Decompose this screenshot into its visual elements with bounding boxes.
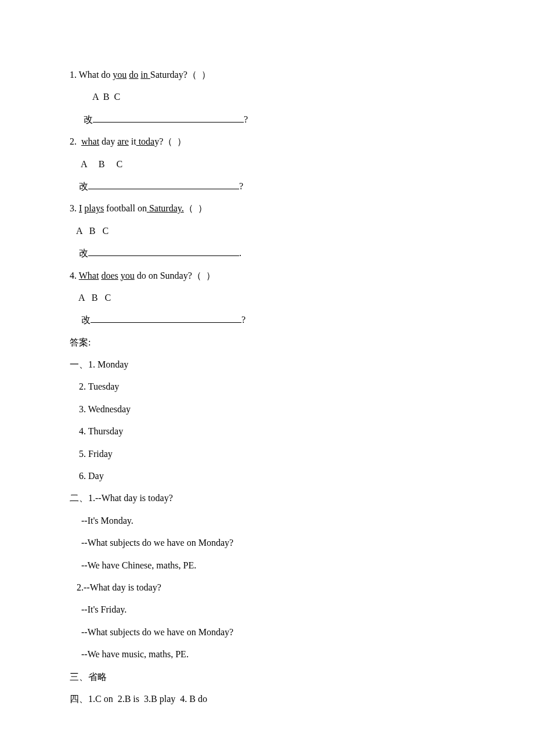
- q3-underline-b: plays: [84, 203, 104, 213]
- q1-post: Saturday?（ ）: [150, 70, 211, 80]
- q4-underline-a: What: [79, 271, 99, 280]
- q1-pre: 1. What do: [70, 70, 113, 80]
- q2-mid2: it: [129, 136, 136, 146]
- question-3-options: A B C: [70, 220, 464, 242]
- q4-pre: 4.: [70, 271, 79, 280]
- q3-blank[interactable]: [88, 246, 239, 256]
- q2-underline-b: are: [117, 136, 129, 146]
- q3-post: （ ）: [184, 203, 207, 213]
- q1-underline-b: do: [129, 70, 138, 80]
- q2-underline-c: toda: [136, 136, 155, 146]
- q2-post: y?（ ）: [154, 136, 186, 146]
- q3-fill-label: 改: [70, 248, 88, 258]
- q4-fill-end: ?: [241, 315, 246, 325]
- q2-underline-a: what: [81, 136, 99, 146]
- q2-blank[interactable]: [88, 179, 239, 189]
- q3-underline-c: Saturday.: [147, 203, 184, 213]
- question-2-correction: 改?: [70, 175, 464, 197]
- q4-underline-b: does: [101, 271, 118, 280]
- q2-fill-end: ?: [239, 181, 243, 191]
- q1-blank[interactable]: [93, 113, 244, 123]
- question-1-correction: 改?: [70, 109, 464, 131]
- question-1-text: 1. What do you do in Saturday?（ ）: [70, 64, 464, 86]
- question-3-correction: 改.: [70, 242, 464, 264]
- q3-fill-end: .: [239, 248, 241, 258]
- q4-underline-c: you: [121, 271, 135, 280]
- q4-blank[interactable]: [91, 313, 241, 323]
- q2-pre: 2.: [70, 136, 81, 146]
- q3-mid2: football on: [104, 203, 147, 213]
- q2-fill-label: 改: [70, 181, 88, 191]
- q1-underline-c: in: [140, 70, 150, 80]
- q1-underline-a: you: [113, 70, 127, 80]
- question-1-options: A B C: [70, 86, 464, 108]
- q3-pre: 3.: [70, 203, 79, 213]
- answers-section-3: 三、省略: [70, 666, 464, 688]
- answers-section-1: 一、1. Monday 2. Tuesday 3. Wednesday 4. T…: [70, 354, 464, 487]
- question-2-text: 2. what day are it today?（ ）: [70, 131, 464, 153]
- question-2-options: A B C: [70, 153, 464, 175]
- worksheet-page: 1. What do you do in Saturday?（ ） A B C …: [0, 0, 534, 745]
- answers-section-4: 四、1.C on 2.B is 3.B play 4. B do: [70, 688, 464, 710]
- q4-post: do on Sunday?（ ）: [135, 271, 215, 280]
- question-4-options: A B C: [70, 287, 464, 309]
- q1-fill-label: 改: [70, 114, 93, 124]
- question-3-text: 3. I plays football on Saturday.（ ）: [70, 197, 464, 219]
- question-4-correction: 改?: [70, 309, 464, 331]
- q2-mid1: day: [99, 136, 117, 146]
- answers-header: 答案:: [70, 332, 464, 354]
- answers-section-2: 二、1.--What day is today? --It's Monday. …: [70, 487, 464, 665]
- q4-fill-label: 改: [70, 315, 91, 325]
- question-4-text: 4. What does you do on Sunday?（ ）: [70, 265, 464, 287]
- q1-fill-end: ?: [244, 114, 248, 124]
